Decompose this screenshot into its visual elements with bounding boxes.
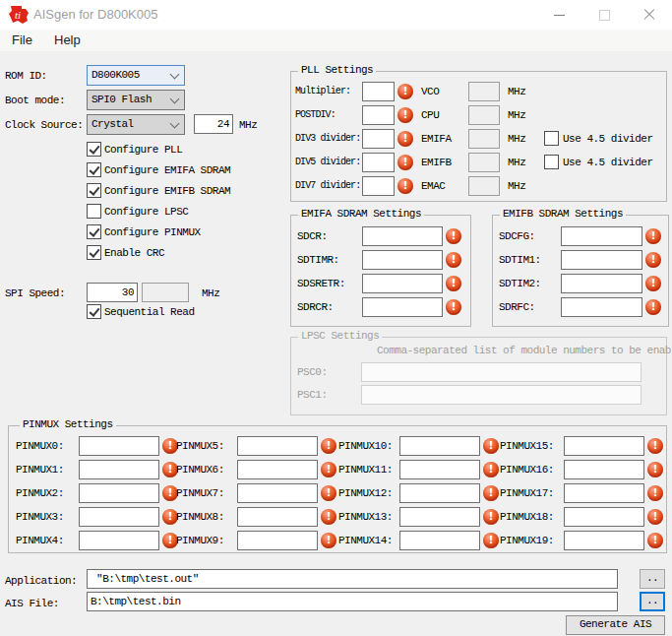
configure-emifa-checkbox[interactable]: [87, 162, 101, 177]
clock-source-label: Clock Source:: [5, 118, 83, 132]
pinmux12-label: PINMUX12:: [338, 486, 393, 500]
pinmux5-input[interactable]: [237, 436, 318, 456]
psc0-input: [361, 362, 641, 382]
pinmux7-label: PINMUX7:: [176, 486, 224, 500]
div3-label: DIV3 divider:: [295, 132, 360, 146]
error-icon: [321, 509, 336, 525]
application-input[interactable]: [87, 569, 618, 589]
ais-file-input[interactable]: [87, 592, 618, 611]
spi-speed-label: SPI Speed:: [5, 286, 65, 300]
minimize-button[interactable]: [536, 0, 581, 30]
postdiv-input[interactable]: [362, 105, 395, 125]
multiplier-input[interactable]: [362, 82, 395, 101]
div3-input[interactable]: [362, 129, 395, 149]
pinmux3-input[interactable]: [79, 507, 159, 527]
error-icon: [397, 131, 413, 147]
emifa-sdram-title: EMIFA SDRAM Settings: [298, 208, 424, 220]
boot-mode-select[interactable]: SPI0 Flash: [87, 90, 185, 110]
pinmux16-input[interactable]: [564, 460, 644, 479]
clock-source-select[interactable]: Crystal: [87, 114, 185, 135]
sequential-read-label: Sequential Read: [104, 305, 195, 319]
psc1-input: [361, 385, 641, 405]
div5-input[interactable]: [362, 153, 395, 172]
lpsc-hint: Comma-separated list of module numbers t…: [377, 344, 671, 357]
configure-lpsc-checkbox[interactable]: [87, 204, 101, 219]
configure-pinmux-checkbox[interactable]: [87, 224, 101, 239]
maximize-button[interactable]: [581, 0, 627, 30]
application-browse-button[interactable]: ..: [640, 569, 665, 589]
error-icon: [483, 485, 499, 501]
div7-label: DIV7 divider:: [295, 179, 360, 193]
multiplier-label: Multiplier:: [295, 85, 350, 98]
sdcr-label: SDCR:: [297, 229, 328, 243]
emifb-sdram-title: EMIFB SDRAM Settings: [500, 208, 626, 220]
menu-help[interactable]: Help: [49, 32, 86, 49]
clock-freq-input[interactable]: [194, 114, 233, 134]
pinmux11-input[interactable]: [399, 460, 480, 479]
emifa-freq-label: EMIFA: [421, 132, 452, 146]
error-icon: [446, 228, 461, 244]
sdrfc-label: SDRFC:: [499, 300, 535, 314]
sdcfg-label: SDCFG:: [499, 229, 535, 243]
generate-ais-button[interactable]: Generate AIS: [566, 615, 665, 635]
pinmux2-input[interactable]: [79, 483, 159, 503]
sdcr-input[interactable]: [362, 226, 443, 246]
pinmux0-label: PINMUX0:: [16, 439, 64, 453]
cpu-mhz-label: MHz: [508, 108, 525, 122]
pinmux11-label: PINMUX11:: [338, 463, 393, 477]
menu-file[interactable]: File: [7, 32, 37, 49]
enable-crc-checkbox[interactable]: [87, 245, 101, 260]
spi-actual-field: [142, 283, 189, 302]
psc0-label: PSC0:: [297, 365, 328, 379]
pinmux12-input[interactable]: [399, 483, 480, 503]
use45-emifa-checkbox[interactable]: [544, 131, 559, 146]
spi-speed-input[interactable]: [87, 283, 138, 302]
sdtim1-input[interactable]: [561, 250, 642, 270]
pinmux7-input[interactable]: [237, 483, 318, 503]
pinmux10-input[interactable]: [399, 436, 480, 456]
error-icon: [647, 485, 663, 501]
sdrfc-input[interactable]: [561, 297, 642, 317]
sdtimr-input[interactable]: [362, 250, 443, 270]
pinmux6-input[interactable]: [237, 460, 318, 479]
pinmux3-label: PINMUX3:: [16, 510, 64, 524]
pinmux13-input[interactable]: [399, 507, 480, 527]
pinmux0-input[interactable]: [79, 436, 159, 456]
rom-id-select[interactable]: D800K005: [87, 65, 185, 86]
pinmux17-input[interactable]: [564, 483, 644, 503]
pinmux14-input[interactable]: [399, 531, 480, 550]
pinmux6-label: PINMUX6:: [176, 463, 224, 477]
configure-emifb-checkbox[interactable]: [87, 183, 101, 198]
error-icon: [647, 533, 663, 548]
pinmux15-input[interactable]: [564, 436, 644, 456]
title-bar: ti AISgen for D800K005: [0, 0, 672, 30]
pinmux-settings-title: PINMUX Settings: [20, 418, 116, 430]
pinmux19-input[interactable]: [564, 531, 644, 550]
pinmux4-input[interactable]: [79, 531, 159, 550]
sdsretr-label: SDSRETR:: [297, 277, 345, 290]
error-icon: [483, 533, 499, 548]
configure-pll-checkbox[interactable]: [87, 142, 101, 157]
maximize-icon: [599, 10, 610, 21]
emac-label: EMAC: [421, 179, 445, 193]
configure-emifb-label: Configure EMIFB SDRAM: [104, 184, 230, 198]
sdtim2-input[interactable]: [561, 274, 642, 293]
sequential-read-checkbox[interactable]: [87, 304, 101, 319]
sdcfg-input[interactable]: [561, 226, 642, 246]
error-icon: [645, 228, 661, 244]
pinmux9-input[interactable]: [237, 531, 318, 550]
div7-input[interactable]: [362, 176, 395, 196]
pinmux1-input[interactable]: [79, 460, 159, 479]
sdrcr-input[interactable]: [362, 297, 443, 317]
lpsc-settings-title: LPSC Settings: [298, 330, 382, 342]
sdsretr-input[interactable]: [362, 274, 443, 293]
ais-browse-button[interactable]: ..: [640, 592, 665, 611]
use45-emifb-checkbox[interactable]: [544, 155, 559, 169]
pinmux8-input[interactable]: [237, 507, 318, 527]
close-button[interactable]: [627, 0, 672, 30]
pinmux18-input[interactable]: [564, 507, 644, 527]
vco-label: VCO: [421, 85, 439, 98]
error-icon: [321, 533, 336, 548]
close-icon: [643, 9, 655, 21]
rom-id-value: D800K005: [92, 69, 140, 81]
